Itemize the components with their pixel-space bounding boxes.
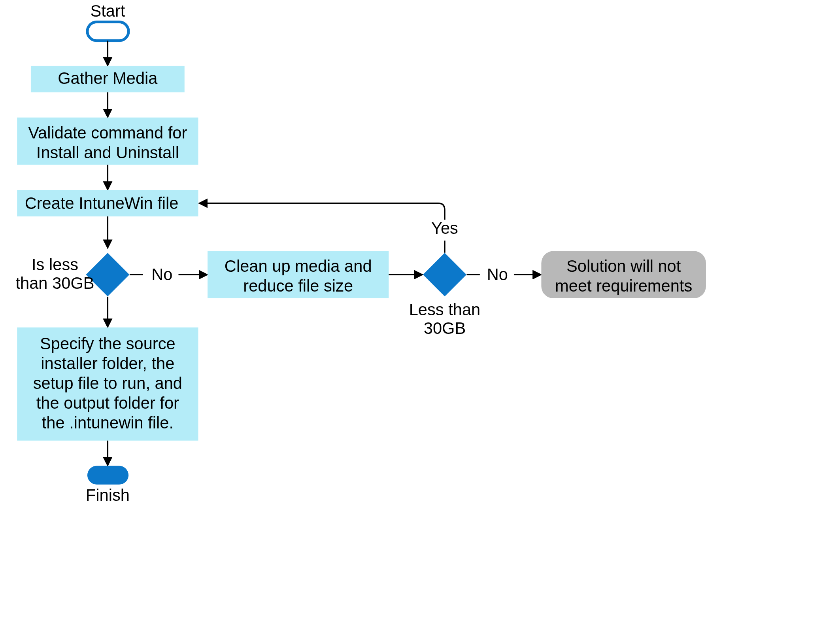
d2-line2: 30GB — [424, 319, 466, 337]
d1-line2: than 30GB — [15, 274, 94, 292]
fail-line1: Solution will not — [566, 257, 681, 275]
spec-line5: the .intunewin file. — [42, 413, 174, 432]
start-node: Start — [87, 2, 128, 41]
d1-no-edge: No — [130, 265, 208, 284]
gather-label: Gather Media — [58, 69, 158, 87]
d2-no-label: No — [487, 265, 508, 284]
validate-line2: Install and Uninstall — [36, 143, 179, 162]
svg-rect-21 — [87, 466, 128, 485]
flowchart-canvas: Start Gather Media Validate command for … — [0, 0, 840, 629]
create-label: Create IntuneWin file — [25, 194, 179, 212]
specify-node: Specify the source installer folder, the… — [17, 328, 198, 441]
finish-label: Finish — [86, 486, 130, 504]
spec-line4: the output folder for — [36, 394, 179, 412]
clean-line2: reduce file size — [243, 277, 353, 295]
spec-line3: setup file to run, and — [33, 374, 182, 392]
spec-line1: Specify the source — [40, 334, 176, 353]
fail-line2: meet requirements — [555, 277, 692, 295]
validate-line1: Validate command for — [28, 123, 187, 142]
decision1-node: Is less than 30GB — [15, 253, 129, 296]
finish-node: Finish — [86, 466, 130, 505]
d2-line1: Less than — [409, 300, 481, 319]
d2-yes-edge: Yes — [199, 203, 458, 253]
svg-rect-13 — [423, 253, 466, 296]
svg-rect-0 — [87, 22, 128, 41]
validate-node: Validate command for Install and Uninsta… — [17, 117, 198, 165]
d1-no-label: No — [151, 265, 172, 284]
decision2-node: Less than 30GB — [409, 253, 481, 337]
gather-media-node: Gather Media — [31, 66, 185, 93]
create-intunewin-node: Create IntuneWin file — [17, 190, 198, 216]
d2-yes-label: Yes — [431, 219, 458, 237]
cleanup-node: Clean up media and reduce file size — [208, 251, 389, 298]
start-label: Start — [90, 2, 125, 20]
fail-node: Solution will not meet requirements — [541, 251, 706, 298]
d1-line1: Is less — [32, 255, 78, 274]
d2-no-edge: No — [467, 265, 542, 284]
clean-line1: Clean up media and — [225, 257, 372, 275]
spec-line2: installer folder, the — [41, 354, 174, 373]
